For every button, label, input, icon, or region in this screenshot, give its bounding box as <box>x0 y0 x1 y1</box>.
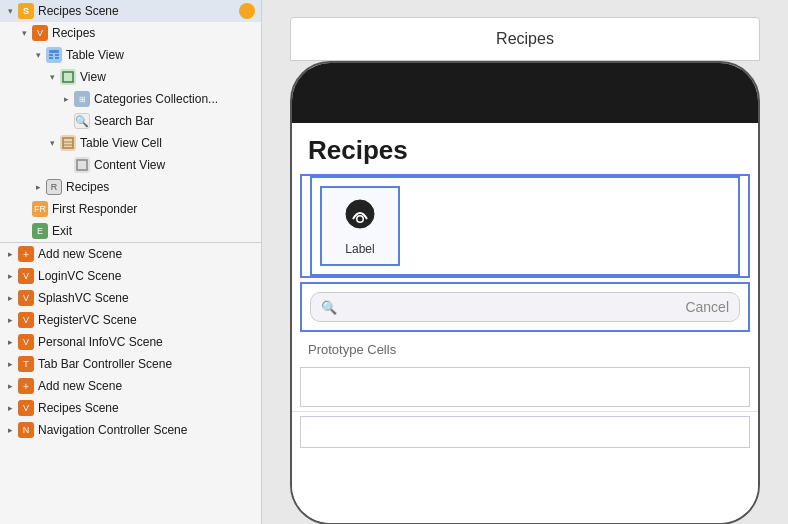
sidebar-item-recipes-scene[interactable]: S Recipes Scene <box>0 0 261 22</box>
svg-point-12 <box>358 216 363 221</box>
sidebar-item-recipes-scene-2[interactable]: V Recipes Scene <box>0 397 261 419</box>
svg-rect-2 <box>49 57 53 59</box>
view-icon <box>60 69 76 85</box>
collection-outer-border: Label <box>300 174 750 278</box>
cell-food-icon <box>343 197 377 238</box>
cell-item-label: Label <box>345 242 374 256</box>
sidebar-item-categories-collection[interactable]: ⊞ Categories Collection... <box>0 88 261 110</box>
sidebar-item-label: Table View <box>66 48 255 62</box>
nav-icon: N <box>18 422 34 438</box>
scene-icon: S <box>18 3 34 19</box>
chevron-icon <box>18 27 30 39</box>
sidebar-item-label: Recipes Scene <box>38 401 255 415</box>
sidebar-item-label: Search Bar <box>94 114 255 128</box>
chevron-icon <box>4 424 16 436</box>
folder-icon: + <box>18 246 34 262</box>
svg-rect-0 <box>49 50 59 53</box>
sidebar-item-exit[interactable]: E Exit <box>0 220 261 242</box>
sidebar-item-label: Exit <box>52 224 255 238</box>
exit-icon: E <box>32 223 48 239</box>
sidebar-item-label: Recipes <box>52 26 255 40</box>
responder-icon: FR <box>32 201 48 217</box>
sidebar-item-loginvc[interactable]: V LoginVC Scene <box>0 265 261 287</box>
chevron-icon <box>4 336 16 348</box>
content-title: Recipes <box>292 123 758 174</box>
sidebar-item-nav-controller[interactable]: N Navigation Controller Scene <box>0 419 261 441</box>
svg-rect-9 <box>77 160 87 170</box>
search-icon-small: 🔍 <box>321 300 337 315</box>
chevron-icon <box>4 5 16 17</box>
search-icon: 🔍 <box>74 113 90 129</box>
phone-body: Recipes <box>290 61 760 524</box>
main-canvas: Recipes Recipes <box>262 0 788 524</box>
vc-icon: V <box>32 25 48 41</box>
tab-bar-icon: T <box>18 356 34 372</box>
search-area: 🔍 Cancel <box>300 282 750 332</box>
collection-cell-item: Label <box>320 186 400 266</box>
sidebar-item-content-view[interactable]: Content View <box>0 154 261 176</box>
sidebar-item-label: Recipes <box>66 180 255 194</box>
svg-rect-3 <box>55 54 59 56</box>
prototype-cells-label: Prototype Cells <box>292 336 758 363</box>
sidebar-item-table-view[interactable]: Table View <box>0 44 261 66</box>
chevron-icon <box>4 248 16 260</box>
sidebar-item-splashvc[interactable]: V SplashVC Scene <box>0 287 261 309</box>
svg-rect-1 <box>49 54 53 56</box>
cell-collection: Label <box>310 176 740 276</box>
scene-icon: V <box>18 400 34 416</box>
chevron-icon <box>32 49 44 61</box>
nav-title: Recipes <box>496 30 554 48</box>
sidebar-item-label: View <box>80 70 255 84</box>
sidebar-item-add-new-scene-2[interactable]: + Add new Scene <box>0 375 261 397</box>
chevron-icon <box>4 292 16 304</box>
sidebar-item-registervc[interactable]: V RegisterVC Scene <box>0 309 261 331</box>
chevron-icon <box>4 270 16 282</box>
iphone-mockup: Recipes Recipes <box>290 17 760 507</box>
prototype-cell-2 <box>300 416 750 448</box>
row-separator <box>292 411 758 412</box>
sidebar-item-label: First Responder <box>52 202 255 216</box>
cell-icon <box>60 135 76 151</box>
table-icon <box>46 47 62 63</box>
vc-icon: V <box>18 312 34 328</box>
sidebar-item-recipes-leaf[interactable]: R Recipes <box>0 176 261 198</box>
sidebar-item-label: Tab Bar Controller Scene <box>38 357 255 371</box>
sidebar-item-personal-infovc[interactable]: V Personal InfoVC Scene <box>0 331 261 353</box>
navigation-bar: Recipes <box>290 17 760 61</box>
sidebar-item-label: LoginVC Scene <box>38 269 255 283</box>
sidebar-item-search-bar[interactable]: 🔍 Search Bar <box>0 110 261 132</box>
sidebar-item-recipes[interactable]: V Recipes <box>0 22 261 44</box>
vc-icon: V <box>18 334 34 350</box>
svg-rect-5 <box>63 72 73 82</box>
svg-rect-4 <box>55 57 59 59</box>
sidebar-item-label: Categories Collection... <box>94 92 255 106</box>
sidebar-item-label: RegisterVC Scene <box>38 313 255 327</box>
sidebar-item-add-new-scene-1[interactable]: + Add new Scene <box>0 243 261 265</box>
vc-icon: V <box>18 268 34 284</box>
chevron-icon <box>4 314 16 326</box>
folder-icon: + <box>18 378 34 394</box>
cancel-button-label[interactable]: Cancel <box>685 299 729 315</box>
sidebar-item-table-view-cell[interactable]: Table View Cell <box>0 132 261 154</box>
sidebar-item-label: SplashVC Scene <box>38 291 255 305</box>
svg-rect-6 <box>63 138 73 148</box>
badge <box>239 3 255 19</box>
recipes-leaf-icon: R <box>46 179 62 195</box>
phone-notch <box>455 63 595 95</box>
sidebar-item-label: Personal InfoVC Scene <box>38 335 255 349</box>
sidebar-item-label: Content View <box>94 158 255 172</box>
phone-content: Recipes <box>292 123 758 523</box>
chevron-icon <box>4 402 16 414</box>
search-bar-row[interactable]: 🔍 Cancel <box>310 292 740 322</box>
sidebar-item-view[interactable]: View <box>0 66 261 88</box>
chevron-icon <box>46 71 58 83</box>
sidebar: S Recipes Scene V Recipes Table View <box>0 0 262 524</box>
sidebar-item-first-responder[interactable]: FR First Responder <box>0 198 261 220</box>
chevron-icon <box>46 137 58 149</box>
collection-icon: ⊞ <box>74 91 90 107</box>
sidebar-item-label: Add new Scene <box>38 379 255 393</box>
sidebar-item-label: Recipes Scene <box>38 4 239 18</box>
prototype-cell-1 <box>300 367 750 407</box>
sidebar-item-tab-bar-controller[interactable]: T Tab Bar Controller Scene <box>0 353 261 375</box>
vc-icon: V <box>18 290 34 306</box>
